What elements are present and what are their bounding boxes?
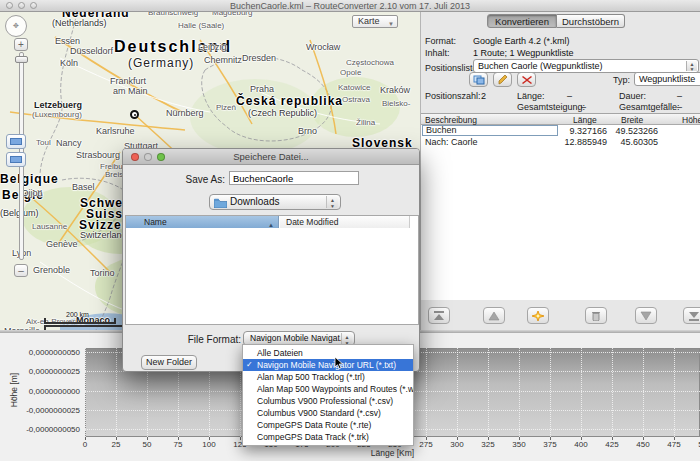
map-label: Belgique bbox=[0, 172, 59, 186]
tab-durchstoebern[interactable]: Durchstöbern bbox=[557, 14, 625, 28]
location-value: Downloads bbox=[230, 196, 279, 207]
move-position-up-button[interactable] bbox=[483, 307, 505, 324]
map-label: Lausanne bbox=[32, 222, 67, 231]
map-label: Praha bbox=[250, 84, 274, 94]
map-label: Žilina bbox=[356, 118, 375, 127]
format-menu-item[interactable]: Alan Map 500 Tracklog (*.trl) bbox=[243, 371, 413, 383]
table-row[interactable]: Nach: Caorle12.88594945.60305 bbox=[421, 136, 700, 147]
map-label: Letzebuerg bbox=[34, 100, 82, 110]
tab-konvertieren[interactable]: Konvertieren bbox=[487, 14, 557, 28]
chart-vgrid-line bbox=[550, 348, 551, 437]
arrow-up-icon bbox=[488, 311, 500, 321]
col-laenge[interactable]: Länge bbox=[573, 115, 597, 125]
name-column-header[interactable]: Name ▲ bbox=[126, 216, 279, 228]
mouse-cursor bbox=[334, 356, 345, 370]
format-menu-item[interactable]: CompeGPS Data Track (*.trk) bbox=[243, 431, 413, 443]
zoom-in-button[interactable]: + bbox=[14, 38, 28, 51]
arrow-down-icon bbox=[640, 311, 652, 321]
date-modified-column-header[interactable]: Date Modified bbox=[280, 216, 410, 228]
move-position-bottom-button[interactable] bbox=[683, 307, 700, 324]
map-thumbnail-icon bbox=[10, 156, 22, 163]
move-position-down-button[interactable] bbox=[635, 307, 657, 324]
map-label: Halle (Saale) bbox=[178, 21, 224, 30]
pencil-icon bbox=[497, 75, 509, 85]
zoom-slider-handle[interactable] bbox=[15, 56, 28, 63]
delete-position-button[interactable] bbox=[585, 307, 607, 324]
map-label: Częstochowa bbox=[346, 58, 394, 67]
col-breite[interactable]: Breite bbox=[621, 115, 643, 125]
date-column-label: Date Modified bbox=[286, 217, 338, 227]
laenge-value: – bbox=[567, 91, 572, 101]
delete-positionlist-button[interactable] bbox=[517, 72, 536, 87]
table-row[interactable]: Buchen9.32716649.523266 bbox=[421, 125, 700, 136]
gesamtsteigung-label: Gesamtsteigung: bbox=[517, 102, 585, 112]
location-popup[interactable]: Downloads ▲▼ bbox=[209, 194, 341, 210]
chart-vgrid-line bbox=[612, 348, 613, 437]
map-label: Braunschweig bbox=[148, 12, 198, 17]
gesamtsteigung-value: – bbox=[581, 102, 586, 112]
description-cell: Nach: Caorle bbox=[425, 137, 478, 147]
description-editbox[interactable]: Buchen bbox=[422, 125, 558, 136]
map-label: Karlsruhe bbox=[96, 126, 135, 136]
map-label: Grenoble bbox=[33, 265, 70, 275]
map-pan-control[interactable]: ✥ bbox=[5, 15, 27, 37]
save-file-dialog: Speichere Datei... Save As: Downloads ▲▼… bbox=[122, 148, 420, 372]
name-column-label: Name bbox=[144, 217, 167, 227]
format-menu-item-label: Alle Dateien bbox=[257, 348, 303, 358]
col-beschreibung[interactable]: Beschreibung bbox=[425, 115, 477, 125]
map-type-label: Karte bbox=[358, 16, 380, 26]
copy-list-icon bbox=[473, 75, 485, 85]
map-overlay-button-2[interactable] bbox=[6, 152, 26, 167]
positionszahl-value: 2 bbox=[481, 91, 486, 101]
checkmark-icon: ✓ bbox=[246, 359, 253, 371]
map-label: Chemnitz bbox=[204, 55, 242, 65]
col-hoehe[interactable]: Höhe bbox=[682, 115, 700, 125]
zoom-out-button[interactable]: – bbox=[14, 264, 28, 277]
copy-positionlist-button[interactable] bbox=[469, 72, 488, 87]
sort-ascending-icon: ▲ bbox=[268, 219, 274, 231]
inhalt-label: Inhalt: bbox=[425, 48, 450, 58]
positionsliste-value: Buchen Caorle (Wegpunktliste) bbox=[478, 61, 602, 71]
format-menu-item[interactable]: Columbus V900 Standard (*.csv) bbox=[243, 407, 413, 419]
positionsliste-combobox[interactable]: Buchen Caorle (Wegpunktliste) ▲▼ bbox=[473, 59, 699, 73]
y-tick-label: 0,0000000050 bbox=[0, 348, 80, 357]
move-position-top-button[interactable] bbox=[428, 307, 450, 324]
map-type-dropdown[interactable]: Karte ▼ bbox=[352, 15, 398, 28]
save-as-label: Save As: bbox=[163, 174, 225, 185]
chart-vgrid-line bbox=[116, 348, 117, 437]
map-label: Düsseldorf bbox=[70, 46, 113, 56]
format-menu-item-label: Alan Map 500 Tracklog (*.trl) bbox=[257, 372, 365, 382]
file-browser[interactable]: Name ▲ Date Modified bbox=[125, 215, 419, 325]
new-folder-button[interactable]: New Folder bbox=[141, 355, 197, 370]
window-titlebar[interactable]: BuchenCaorle.kml – RouteConverter 2.10 v… bbox=[0, 0, 700, 12]
map-label: Dresden bbox=[242, 53, 276, 63]
format-menu-item-label: CompeGPS Data Route (*.rte) bbox=[257, 420, 371, 430]
map-label: Basel bbox=[72, 182, 95, 192]
map-thumbnail-icon bbox=[10, 138, 22, 145]
y-tick-label: 0,0000000000 bbox=[0, 387, 80, 396]
map-overlay-button-1[interactable] bbox=[6, 134, 26, 149]
file-browser-header: Name ▲ Date Modified bbox=[126, 216, 418, 228]
map-label: (Czech Republic) bbox=[248, 108, 317, 118]
add-position-button[interactable] bbox=[527, 307, 549, 324]
positions-table[interactable]: Beschreibung Länge Breite Höhe Buchen9.3… bbox=[421, 113, 700, 300]
route-waypoint-marker[interactable] bbox=[130, 110, 139, 119]
map-label: Strasbourg bbox=[76, 150, 120, 160]
format-menu-item[interactable]: Alan Map 500 Waypoints and Routes (*.wpr… bbox=[243, 383, 413, 395]
map-label: Magdeburg bbox=[212, 12, 252, 17]
combo-stepper-icon[interactable]: ▲▼ bbox=[686, 61, 697, 71]
map-label: Leipzig bbox=[198, 42, 227, 52]
chart-vgrid-line bbox=[426, 348, 427, 437]
routeconverter-window: BuchenCaorle.kml – RouteConverter 2.10 v… bbox=[0, 0, 700, 461]
typ-combobox[interactable]: Wegpunktliste bbox=[634, 72, 700, 86]
save-as-input[interactable] bbox=[229, 171, 359, 185]
format-value: Google Earth 4.2 (*.kml) bbox=[473, 36, 570, 46]
dialog-titlebar[interactable]: Speichere Datei... bbox=[123, 149, 419, 165]
rename-positionlist-button[interactable] bbox=[493, 72, 512, 87]
format-menu-item[interactable]: Columbus V900 Professional (*.csv) bbox=[243, 395, 413, 407]
positions-table-header[interactable]: Beschreibung Länge Breite Höhe bbox=[421, 114, 700, 125]
format-menu-item[interactable]: CompeGPS Data Route (*.rte) bbox=[243, 419, 413, 431]
format-menu-item[interactable]: Alle Dateien bbox=[243, 347, 413, 359]
window-title: BuchenCaorle.kml – RouteConverter 2.10 v… bbox=[0, 0, 700, 12]
format-menu-item[interactable]: ✓Navigon Mobile Navigator URL (*.txt) bbox=[243, 359, 413, 371]
